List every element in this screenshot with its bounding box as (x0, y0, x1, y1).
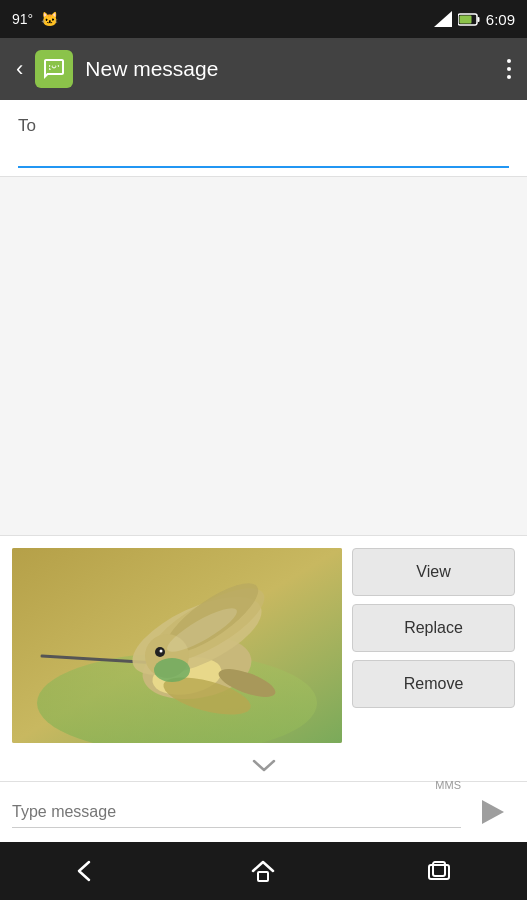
app-icon (35, 50, 73, 88)
nav-back-icon (75, 860, 101, 882)
to-input[interactable] (18, 138, 509, 168)
status-bar: 91° 🐱 6:09 (0, 0, 527, 38)
replace-button[interactable]: Replace (352, 604, 515, 652)
send-icon (482, 800, 504, 824)
message-input-wrapper: MMS (12, 797, 461, 828)
attachment-buttons: View Replace Remove (352, 548, 515, 708)
nav-recents-icon (426, 860, 452, 882)
message-input[interactable] (12, 797, 461, 828)
app-title: New message (85, 57, 218, 81)
back-button[interactable]: ‹ (16, 56, 23, 82)
svg-rect-3 (459, 15, 471, 23)
battery-icon (458, 13, 480, 26)
nav-recents-button[interactable] (406, 850, 472, 892)
nav-home-icon (250, 859, 276, 883)
overflow-dot-2 (507, 67, 511, 71)
messaging-icon (42, 57, 66, 81)
attachment-area: View Replace Remove (0, 535, 527, 755)
bottom-input-area: MMS (0, 781, 527, 842)
app-bar: ‹ New message (0, 38, 527, 100)
temperature-text: 91° (12, 11, 33, 27)
signal-icon (434, 11, 452, 27)
main-content: To (0, 100, 527, 842)
view-button[interactable]: View (352, 548, 515, 596)
time-text: 6:09 (486, 11, 515, 28)
svg-point-6 (55, 66, 56, 67)
overflow-dot-1 (507, 59, 511, 63)
to-field-container: To (0, 100, 527, 177)
svg-marker-0 (434, 11, 452, 27)
attachment-image (12, 548, 342, 743)
status-right: 6:09 (434, 11, 515, 28)
overflow-menu-button[interactable] (507, 50, 511, 88)
nav-bar (0, 842, 527, 900)
remove-button[interactable]: Remove (352, 660, 515, 708)
svg-point-4 (50, 63, 58, 71)
hummingbird-image (12, 548, 342, 743)
expand-arrow[interactable] (0, 755, 527, 781)
send-button[interactable] (471, 790, 515, 834)
overflow-dot-3 (507, 75, 511, 79)
svg-point-5 (52, 66, 53, 67)
nav-home-button[interactable] (230, 849, 296, 893)
status-left: 91° 🐱 (12, 11, 58, 27)
app-bar-left: ‹ New message (16, 50, 218, 88)
message-area (0, 177, 527, 535)
mms-tag: MMS (435, 779, 461, 791)
svg-point-19 (160, 650, 163, 653)
nav-back-button[interactable] (55, 850, 121, 892)
chevron-down-icon (252, 759, 276, 773)
to-label: To (18, 116, 509, 136)
cat-icon: 🐱 (41, 11, 58, 27)
svg-rect-22 (258, 872, 268, 881)
svg-point-20 (154, 658, 190, 682)
svg-rect-2 (477, 17, 479, 22)
